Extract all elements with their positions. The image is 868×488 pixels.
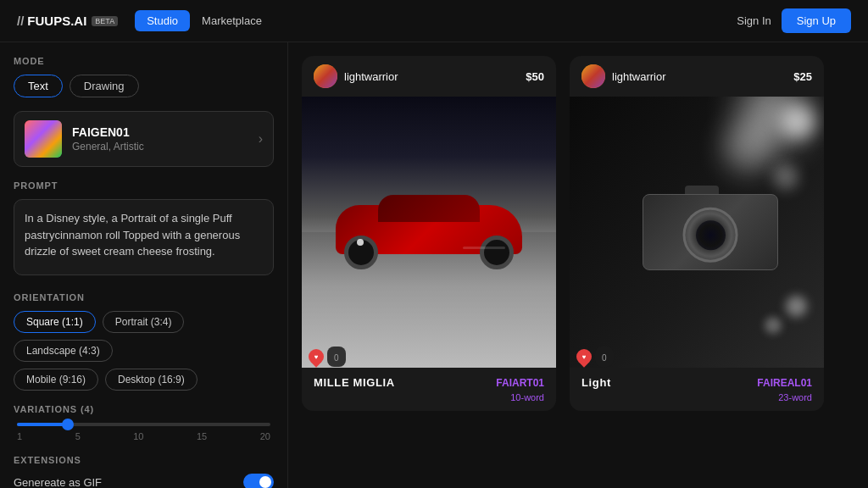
car-bg (302, 97, 556, 368)
gif-label: Genereate as GIF (14, 476, 102, 489)
model-info: FAIGEN01 General, Artistic (72, 125, 259, 152)
cam-lens-inner (696, 220, 726, 250)
bokeh-5 (786, 296, 807, 317)
toggle-knob (259, 476, 271, 488)
card-light: lightwarrior $25 (570, 56, 824, 411)
card-user-1: lightwarrior (314, 64, 398, 88)
card-mille-miglia: lightwarrior $50 (302, 56, 556, 411)
portrait-orientation-button[interactable]: Portrait (3:4) (103, 311, 185, 333)
card-header-1: lightwarrior $50 (302, 56, 556, 97)
main-content: MODE Text Drawing FAIGEN01 General, Arti… (0, 42, 868, 488)
pin-icon-1: ♥ (305, 346, 326, 367)
gif-toggle[interactable] (243, 474, 274, 488)
card-image-1 (302, 97, 556, 368)
card-title-row-2: Light FAIREAL01 (581, 376, 812, 389)
logo-name: FUUPS.AI (27, 14, 86, 28)
extensions-section: EXTENSIONS Genereate as GIF (14, 455, 274, 488)
navbar: // FUUPS.AI BETA Studio Marketplace Sign… (0, 0, 868, 42)
card-2-tag-text: 0 (602, 353, 607, 363)
card-2-tag: 0 (595, 347, 614, 367)
card-title-2: Light (581, 376, 611, 389)
slider-label-1: 1 (17, 431, 22, 441)
mobile-orientation-button[interactable]: Mobile (9:16) (14, 369, 98, 391)
username-1: lightwarrior (344, 70, 398, 83)
slider-thumb[interactable] (62, 419, 74, 430)
orientation-row-1: Square (1:1) Portrait (3:4) Landscape (4… (14, 311, 274, 362)
slider-labels: 1 5 10 15 20 (17, 431, 270, 441)
landscape-orientation-button[interactable]: Landscape (4:3) (14, 340, 113, 362)
slider-fill (17, 423, 68, 426)
extensions-row: Genereate as GIF (14, 474, 274, 488)
camera-bg (570, 97, 824, 368)
card-model-tag-1: FAIART01 (496, 377, 544, 389)
card-1-tag: 0 (327, 347, 346, 367)
card-word-count-2: 23-word (581, 392, 812, 402)
card-title-1: MILLE MIGLIA (314, 376, 395, 389)
card-header-2: lightwarrior $25 (570, 56, 824, 97)
price-2: $25 (793, 70, 812, 83)
bokeh-2 (722, 122, 773, 173)
cards-area: lightwarrior $50 (288, 42, 868, 488)
slider-track[interactable] (17, 423, 270, 426)
bokeh-3 (782, 105, 815, 139)
card-title-row-1: MILLE MIGLIA FAIART01 (314, 376, 544, 389)
beta-badge: BETA (92, 16, 118, 26)
prompt-textarea[interactable] (14, 199, 274, 275)
chevron-right-icon: › (259, 131, 263, 147)
sign-up-button[interactable]: Sign Up (782, 8, 851, 33)
card-1-pin-area: ♥ 0 (309, 347, 346, 367)
desktop-orientation-button[interactable]: Desktop (16:9) (105, 369, 198, 391)
card-word-count-1: 10-word (314, 392, 544, 402)
model-avatar (25, 120, 62, 158)
slider-label-5: 5 (75, 431, 81, 441)
mode-buttons: Text Drawing (14, 75, 274, 97)
card-user-2: lightwarrior (581, 64, 666, 88)
prompt-label: PROMPT (14, 180, 274, 191)
variations-section: VARIATIONS (4) 1 5 10 15 20 (14, 404, 274, 441)
card-model-tag-2: FAIREAL01 (757, 377, 812, 389)
text-mode-button[interactable]: Text (14, 75, 63, 97)
logo-slashes: // (17, 14, 24, 28)
user-avatar-1 (314, 64, 337, 88)
cam-main (643, 194, 778, 270)
slider-label-20: 20 (260, 431, 270, 441)
orientation-row-2: Mobile (9:16) Desktop (16:9) (14, 369, 274, 391)
pin-icon-2: ♥ (573, 346, 594, 367)
bokeh-6 (765, 317, 782, 334)
prompt-section: PROMPT (14, 180, 274, 279)
slider-container: 1 5 10 15 20 (14, 423, 274, 441)
variations-label: VARIATIONS (4) (14, 404, 274, 414)
orientation-section: ORIENTATION Square (1:1) Portrait (3:4) … (14, 292, 274, 391)
user-avatar-2 (581, 64, 605, 88)
extensions-label: EXTENSIONS (14, 455, 274, 465)
model-selector[interactable]: FAIGEN01 General, Artistic › (14, 111, 274, 167)
model-name: FAIGEN01 (72, 125, 259, 139)
username-2: lightwarrior (612, 70, 666, 83)
card-footer-1: MILLE MIGLIA FAIART01 10-word (302, 368, 556, 411)
card-image-2 (570, 97, 824, 368)
orientation-label: ORIENTATION (14, 292, 274, 302)
drawing-mode-button[interactable]: Drawing (70, 75, 139, 97)
mode-label: MODE (14, 56, 274, 66)
square-orientation-button[interactable]: Square (1:1) (14, 311, 96, 333)
slider-label-15: 15 (197, 431, 207, 441)
card-footer-2: Light FAIREAL01 23-word (570, 368, 824, 411)
sidebar: MODE Text Drawing FAIGEN01 General, Arti… (0, 42, 288, 488)
slider-label-10: 10 (133, 431, 143, 441)
sign-in-button[interactable]: Sign In (726, 9, 781, 32)
card-1-tag-text: 0 (334, 353, 339, 363)
price-1: $50 (526, 70, 544, 83)
camera-body (643, 186, 778, 279)
logo: // FUUPS.AI BETA (17, 14, 118, 28)
studio-nav-button[interactable]: Studio (135, 10, 190, 31)
marketplace-nav-button[interactable]: Marketplace (190, 10, 274, 31)
card-2-pin-area: ♥ 0 (576, 347, 614, 367)
model-desc: General, Artistic (72, 141, 259, 152)
cam-lens (683, 208, 738, 263)
